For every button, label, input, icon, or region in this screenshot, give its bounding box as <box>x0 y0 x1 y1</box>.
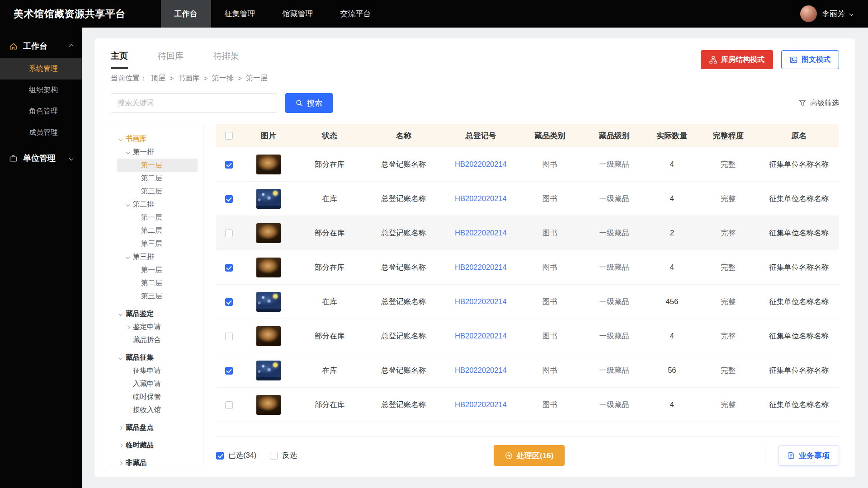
business-matters-button[interactable]: 业务事项 <box>778 445 839 466</box>
user-menu[interactable]: 李丽芳 <box>785 0 868 28</box>
artwork-thumbnail[interactable] <box>256 189 281 209</box>
origin-cell: 征集单位名称名称 <box>759 331 839 341</box>
row-checkbox[interactable] <box>225 401 233 409</box>
status-cell: 在库 <box>296 297 363 307</box>
registration-number-link[interactable]: HB2022020214 <box>444 160 518 169</box>
sidebar-section-workbench[interactable]: 工作台 <box>0 34 82 58</box>
registration-number-link[interactable]: HB2022020214 <box>444 194 518 203</box>
level-cell: 一级藏品 <box>582 194 646 204</box>
row-checkbox[interactable] <box>225 333 233 340</box>
processing-area-button[interactable]: 处理区(16) <box>494 445 565 466</box>
advanced-filter-button[interactable]: 高级筛选 <box>799 99 839 108</box>
table-header: 图片 状态 名称 总登记号 藏品类别 藏品级别 实际数量 完整程度 原名 <box>216 124 839 147</box>
tree-item-appraisal[interactable]: 藏品鉴定 <box>117 307 198 320</box>
tree-item-layer1[interactable]: 第一层 <box>117 211 198 224</box>
registration-number-link[interactable]: HB2022020214 <box>444 332 518 340</box>
tree-item-label: 临时藏品 <box>126 441 154 450</box>
sidebar-item-system-mgmt[interactable]: 系统管理 <box>0 58 82 80</box>
column-header-status: 状态 <box>296 131 363 141</box>
row-checkbox[interactable] <box>225 367 233 375</box>
checkbox[interactable] <box>216 452 224 460</box>
briefcase-icon <box>9 154 18 163</box>
tree-item-layer1[interactable]: 第一层 <box>117 263 198 277</box>
category-cell: 图书 <box>518 366 582 375</box>
tree-item-receive-into-museum[interactable]: 接收入馆 <box>117 404 198 417</box>
button-label: 搜索 <box>307 98 322 108</box>
invert-selection-checkbox[interactable]: 反选 <box>270 450 297 460</box>
select-all-checkbox[interactable] <box>225 132 233 140</box>
tree-item-row3[interactable]: 第三排 <box>117 250 198 263</box>
tree-item-temporary-items[interactable]: 临时藏品 <box>117 439 198 452</box>
tree-item-row2[interactable]: 第二排 <box>117 198 198 211</box>
warehouse-structure-mode-button[interactable]: 库房结构模式 <box>701 50 773 69</box>
sidebar: 工作台 系统管理 组织架构 角色管理 成员管理 单位管理 <box>0 28 82 488</box>
tab-pending-return[interactable]: 待回库 <box>158 50 184 69</box>
search-input[interactable] <box>111 93 277 113</box>
topnav-exchange-platform[interactable]: 交流平台 <box>327 0 385 28</box>
tree-item-label: 第一层 <box>141 160 162 170</box>
registration-number-link[interactable]: HB2022020214 <box>444 297 518 306</box>
tree-item-appraisal-request[interactable]: 鉴定申请 <box>117 320 198 333</box>
topnav-label: 馆藏管理 <box>283 9 313 19</box>
row-checkbox[interactable] <box>225 264 233 272</box>
breadcrumb-item-layer[interactable]: 第一层 <box>246 74 268 83</box>
checkbox[interactable] <box>270 452 278 460</box>
tree-item-layer2[interactable]: 第二层 <box>117 224 198 237</box>
tree-item-layer3[interactable]: 第三层 <box>117 237 198 250</box>
tree-item-inventory[interactable]: 藏品盘点 <box>117 421 198 434</box>
topnav-workbench[interactable]: 工作台 <box>161 0 211 28</box>
selected-count-checkbox[interactable]: 已选(34) <box>216 450 256 460</box>
registration-number-link[interactable]: HB2022020214 <box>444 229 518 237</box>
tab-pending-shelving[interactable]: 待排架 <box>213 50 239 69</box>
artwork-thumbnail[interactable] <box>256 326 281 346</box>
status-cell: 部分在库 <box>296 331 363 341</box>
tree-item-non-collection[interactable]: 非藏品 <box>117 456 198 466</box>
sidebar-section-unit-mgmt[interactable]: 单位管理 <box>0 146 82 170</box>
integrity-cell: 完整 <box>698 263 759 272</box>
row-checkbox[interactable] <box>225 230 233 237</box>
sidebar-item-role-mgmt[interactable]: 角色管理 <box>0 101 82 122</box>
graphic-mode-button[interactable]: 图文模式 <box>781 50 839 69</box>
breadcrumb-item-top[interactable]: 顶层 <box>151 74 165 83</box>
tree-item-temporary-custody[interactable]: 临时保管 <box>117 390 198 404</box>
registration-number-link[interactable]: HB2022020214 <box>444 263 518 272</box>
registration-number-link[interactable]: HB2022020214 <box>444 400 518 409</box>
breadcrumb-separator: > <box>203 75 208 83</box>
artwork-thumbnail[interactable] <box>256 223 281 243</box>
sidebar-item-member-mgmt[interactable]: 成员管理 <box>0 122 82 143</box>
tree-item-collection-request[interactable]: 征集申请 <box>117 364 198 377</box>
table-row: 在库 总登记账名称 HB2022020214 图书 一级藏品 456 完整 征集… <box>216 285 839 319</box>
breadcrumb-item-row[interactable]: 第一排 <box>212 74 234 83</box>
artwork-thumbnail[interactable] <box>256 155 281 174</box>
topnav-collection-mgmt[interactable]: 征集管理 <box>211 0 269 28</box>
column-header-integrity: 完整程度 <box>698 131 759 141</box>
topnav-holdings-mgmt[interactable]: 馆藏管理 <box>269 0 327 28</box>
tree-item-layer2[interactable]: 第二层 <box>117 277 198 290</box>
tab-home[interactable]: 主页 <box>111 50 128 69</box>
search-button[interactable]: 搜索 <box>285 93 333 113</box>
breadcrumb-item-warehouse[interactable]: 书画库 <box>178 74 199 83</box>
tree-item-layer1-selected[interactable]: 第一层 <box>117 159 198 172</box>
tree-item-layer3[interactable]: 第三层 <box>117 290 198 303</box>
content-card: 主页 待回库 待排架 库房结构模式 图文模式 当前位置： 顶层 <box>94 38 855 477</box>
tree-item-row1[interactable]: 第一排 <box>117 145 198 159</box>
tree-item-accession-request[interactable]: 入藏申请 <box>117 377 198 390</box>
row-checkbox[interactable] <box>225 161 233 169</box>
artwork-thumbnail[interactable] <box>256 258 281 277</box>
registration-number-link[interactable]: HB2022020214 <box>444 366 518 375</box>
artwork-thumbnail[interactable] <box>256 361 281 380</box>
artwork-thumbnail[interactable] <box>256 292 281 312</box>
tree-item-layer3[interactable]: 第三层 <box>117 185 198 198</box>
level-cell: 一级藏品 <box>582 297 646 307</box>
row-checkbox[interactable] <box>225 195 233 203</box>
row-checkbox[interactable] <box>225 298 233 306</box>
artwork-thumbnail[interactable] <box>256 395 281 415</box>
tree-item-split-merge[interactable]: 藏品拆合 <box>117 333 198 347</box>
breadcrumb-separator: > <box>238 75 242 83</box>
column-header-name: 名称 <box>363 131 444 141</box>
tree-item-layer2[interactable]: 第二层 <box>117 172 198 185</box>
tree-item-collection[interactable]: 藏品征集 <box>117 351 198 364</box>
tree-item-warehouse[interactable]: 书画库 <box>117 132 198 145</box>
sidebar-item-org-structure[interactable]: 组织架构 <box>0 80 82 101</box>
sidebar-section-label: 工作台 <box>23 41 47 52</box>
